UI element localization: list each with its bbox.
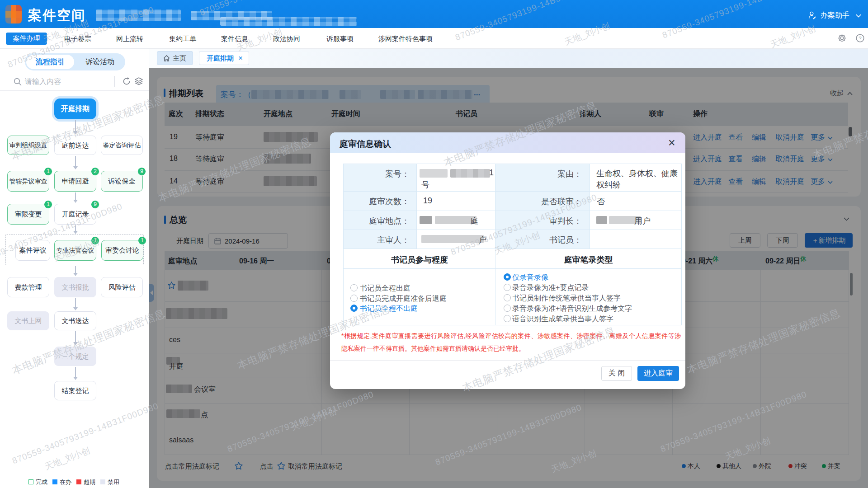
svg-text:?: ? xyxy=(859,36,861,41)
